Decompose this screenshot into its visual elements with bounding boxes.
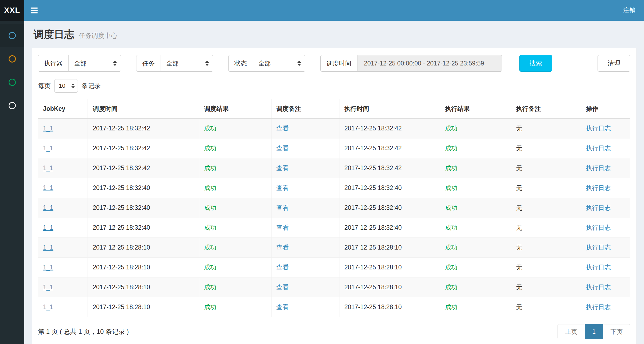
select-stepper-icon bbox=[113, 61, 117, 66]
trigger-msg-view-link[interactable]: 查看 bbox=[276, 164, 289, 171]
execution-log-link[interactable]: 执行日志 bbox=[586, 264, 611, 271]
trigger-result-text: 成功 bbox=[204, 303, 216, 310]
jobkey-link[interactable]: 1_1 bbox=[43, 145, 53, 152]
trigger-result-cell: 成功 bbox=[199, 297, 271, 317]
action-cell: 执行日志 bbox=[581, 198, 630, 218]
trigger-msg-cell: 查看 bbox=[271, 178, 339, 198]
trigger-msg-view-link[interactable]: 查看 bbox=[276, 244, 289, 251]
trigger-msg-view-link[interactable]: 查看 bbox=[276, 204, 289, 211]
filter-job-select[interactable]: 全部 bbox=[161, 55, 213, 72]
trigger-msg-view-link[interactable]: 查看 bbox=[276, 125, 289, 132]
sidebar-item[interactable] bbox=[0, 47, 24, 71]
page-header: 调度日志 任务调度中心 bbox=[24, 21, 644, 48]
navbar-main: 注销 bbox=[24, 0, 644, 21]
circle-icon bbox=[9, 55, 16, 63]
logout-link[interactable]: 注销 bbox=[614, 6, 644, 14]
jobkey-link[interactable]: 1_1 bbox=[43, 284, 53, 291]
execution-log-link[interactable]: 执行日志 bbox=[586, 164, 611, 171]
sidebar-toggle-button[interactable] bbox=[24, 0, 44, 21]
action-cell: 执行日志 bbox=[581, 218, 630, 238]
col-header-trigger-result: 调度结果 bbox=[199, 99, 271, 119]
trigger-msg-view-link[interactable]: 查看 bbox=[276, 264, 289, 271]
trigger-msg-view-link[interactable]: 查看 bbox=[276, 303, 289, 310]
page-length-row: 每页 10 条记录 bbox=[38, 79, 630, 93]
circle-icon bbox=[9, 79, 16, 86]
trigger-time-cell: 2017-12-25 18:28:10 bbox=[88, 277, 199, 297]
log-table-row: 1_1 2017-12-25 18:32:40 成功 查看 2017-12-25… bbox=[38, 218, 630, 238]
handle-msg-cell: 无 bbox=[511, 119, 581, 138]
execution-log-link[interactable]: 执行日志 bbox=[586, 204, 611, 211]
trigger-result-cell: 成功 bbox=[199, 119, 271, 138]
trigger-result-cell: 成功 bbox=[199, 258, 271, 277]
trigger-msg-view-link[interactable]: 查看 bbox=[276, 184, 289, 191]
trigger-msg-view-link[interactable]: 查看 bbox=[276, 284, 289, 291]
jobkey-link[interactable]: 1_1 bbox=[43, 164, 53, 171]
length-suffix-label: 条记录 bbox=[81, 82, 101, 90]
filter-executor-value: 全部 bbox=[74, 59, 86, 68]
app-logo[interactable]: XXL bbox=[0, 0, 24, 21]
trigger-result-text: 成功 bbox=[204, 145, 216, 152]
execution-log-link[interactable]: 执行日志 bbox=[586, 125, 611, 132]
trigger-msg-view-link[interactable]: 查看 bbox=[276, 145, 289, 152]
clear-button[interactable]: 清理 bbox=[598, 55, 630, 72]
execution-log-link[interactable]: 执行日志 bbox=[586, 244, 611, 251]
sidebar-item[interactable] bbox=[0, 94, 24, 117]
jobkey-cell: 1_1 bbox=[38, 297, 88, 317]
pagination: 上页 1 下页 bbox=[558, 324, 630, 339]
filter-executor-select[interactable]: 全部 bbox=[68, 55, 121, 72]
execution-log-link[interactable]: 执行日志 bbox=[586, 184, 611, 191]
sidebar-item[interactable] bbox=[0, 71, 24, 94]
jobkey-link[interactable]: 1_1 bbox=[43, 224, 53, 231]
filter-status-value: 全部 bbox=[258, 59, 271, 68]
circle-icon bbox=[9, 32, 16, 39]
jobkey-link[interactable]: 1_1 bbox=[43, 125, 53, 132]
handle-msg-cell: 无 bbox=[511, 297, 581, 317]
action-cell: 执行日志 bbox=[581, 238, 630, 258]
jobkey-cell: 1_1 bbox=[38, 178, 88, 198]
jobkey-link[interactable]: 1_1 bbox=[43, 204, 53, 211]
trigger-result-cell: 成功 bbox=[199, 198, 271, 218]
pagination-page-1-button[interactable]: 1 bbox=[585, 324, 603, 339]
jobkey-link[interactable]: 1_1 bbox=[43, 303, 53, 310]
handle-result-text: 成功 bbox=[445, 164, 457, 171]
handle-time-cell: 2017-12-25 18:32:42 bbox=[339, 119, 440, 138]
sidebar-item[interactable] bbox=[0, 24, 24, 47]
jobkey-cell: 1_1 bbox=[38, 258, 88, 277]
trigger-time-cell: 2017-12-25 18:32:40 bbox=[88, 178, 199, 198]
action-cell: 执行日志 bbox=[581, 277, 630, 297]
trigger-time-range-input[interactable]: 2017-12-25 00:00:00 - 2017-12-25 23:59:5… bbox=[357, 55, 502, 72]
jobkey-cell: 1_1 bbox=[38, 119, 88, 138]
handle-time-cell: 2017-12-25 18:32:40 bbox=[339, 198, 440, 218]
filter-status-select[interactable]: 全部 bbox=[253, 55, 305, 72]
action-cell: 执行日志 bbox=[581, 119, 630, 138]
execution-log-link[interactable]: 执行日志 bbox=[586, 284, 611, 291]
pagination-prev-button[interactable]: 上页 bbox=[558, 324, 585, 339]
sidebar-menu bbox=[0, 21, 24, 117]
jobkey-link[interactable]: 1_1 bbox=[43, 184, 53, 191]
page-length-select[interactable]: 10 bbox=[54, 79, 78, 93]
search-button[interactable]: 搜索 bbox=[519, 55, 552, 72]
jobkey-cell: 1_1 bbox=[38, 138, 88, 158]
handle-result-cell: 成功 bbox=[440, 158, 511, 178]
trigger-msg-view-link[interactable]: 查看 bbox=[276, 224, 289, 231]
handle-result-cell: 成功 bbox=[440, 258, 511, 277]
trigger-time-cell: 2017-12-25 18:32:40 bbox=[88, 198, 199, 218]
log-table-row: 1_1 2017-12-25 18:28:10 成功 查看 2017-12-25… bbox=[38, 238, 630, 258]
log-table-head: JobKey 调度时间 调度结果 调度备注 执行时间 执行结果 执行备注 操作 bbox=[38, 99, 630, 119]
execution-log-link[interactable]: 执行日志 bbox=[586, 224, 611, 231]
filter-executor: 执行器 全部 bbox=[38, 55, 121, 72]
col-header-handle-time: 执行时间 bbox=[339, 99, 440, 119]
handle-time-cell: 2017-12-25 18:28:10 bbox=[339, 277, 440, 297]
jobkey-cell: 1_1 bbox=[38, 158, 88, 178]
trigger-msg-cell: 查看 bbox=[271, 218, 339, 238]
handle-result-cell: 成功 bbox=[440, 297, 511, 317]
log-table-row: 1_1 2017-12-25 18:32:40 成功 查看 2017-12-25… bbox=[38, 178, 630, 198]
jobkey-link[interactable]: 1_1 bbox=[43, 244, 53, 251]
trigger-time-cell: 2017-12-25 18:32:42 bbox=[88, 119, 199, 138]
pagination-next-button[interactable]: 下页 bbox=[603, 324, 630, 339]
handle-msg-cell: 无 bbox=[511, 238, 581, 258]
execution-log-link[interactable]: 执行日志 bbox=[586, 303, 611, 310]
trigger-msg-cell: 查看 bbox=[271, 297, 339, 317]
jobkey-link[interactable]: 1_1 bbox=[43, 264, 53, 271]
execution-log-link[interactable]: 执行日志 bbox=[586, 145, 611, 152]
